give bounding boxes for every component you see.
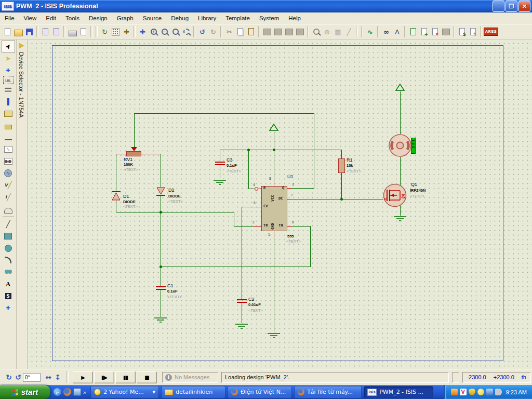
menu-system[interactable]: System — [255, 14, 284, 23]
wire[interactable] — [161, 196, 161, 286]
show-desktop-icon[interactable] — [73, 388, 81, 396]
c2-value[interactable]: 0.01uF — [248, 302, 261, 307]
c3-value[interactable]: 0.1uF — [227, 163, 237, 168]
redraw-icon[interactable]: ↻ — [99, 26, 110, 37]
wire[interactable] — [161, 267, 311, 267]
generator-mode-icon[interactable]: ∿ — [2, 167, 15, 179]
task-firefox-dien-tu[interactable]: Điện tử Việt N... — [228, 386, 292, 398]
task-firefox-tai-file[interactable]: Tải file từ máy... — [294, 386, 362, 398]
goto-sheet-icon[interactable] — [441, 26, 451, 37]
undo-icon[interactable]: ↺ — [197, 26, 208, 37]
search-tag-icon[interactable]: ∞ — [381, 26, 392, 37]
device-selector-panel[interactable]: Device Selector - 1N754A — [17, 39, 28, 369]
remove-sheet-icon[interactable]: ✕ — [430, 26, 441, 37]
tape-recorder-mode-icon[interactable]: ●● — [2, 155, 15, 167]
menu-file[interactable]: File — [0, 14, 19, 23]
motor[interactable] — [388, 133, 413, 158]
wire[interactable] — [248, 150, 249, 189]
menu-debug[interactable]: Debug — [166, 14, 193, 23]
menu-help[interactable]: Help — [284, 14, 305, 23]
wire[interactable] — [134, 113, 135, 147]
q1-mosfet[interactable] — [383, 183, 407, 207]
task-yahoo-messenger[interactable]: 2 Yahoo! Me... ▾ — [90, 386, 159, 398]
vcc-power-terminal[interactable] — [269, 124, 278, 131]
menu-library[interactable]: Library — [193, 14, 221, 23]
c1-value[interactable]: 0.1uF — [167, 289, 178, 294]
r1-resistor[interactable] — [338, 158, 345, 173]
u1-value[interactable]: 555 — [287, 234, 294, 238]
rotation-angle-field[interactable]: 0° — [23, 373, 41, 382]
wire[interactable] — [161, 154, 161, 187]
wire[interactable] — [220, 150, 342, 150]
voltage-probe-mode-icon[interactable]: V╱ — [2, 179, 15, 191]
wire[interactable] — [242, 207, 254, 207]
mirror-horizontal-button[interactable]: ↔ — [44, 373, 53, 382]
c3-ref[interactable]: C3 — [227, 157, 233, 163]
print-icon[interactable] — [67, 26, 78, 37]
menu-edit[interactable]: Edit — [41, 14, 61, 23]
c1-capacitor[interactable] — [156, 289, 166, 290]
import-section-icon[interactable] — [40, 26, 51, 37]
tray-shield-icon[interactable] — [469, 389, 475, 395]
rv1-ref[interactable]: RV1 — [124, 157, 132, 162]
task-detailinhkien-folder[interactable]: detailinhkien — [161, 386, 225, 398]
ground-symbol[interactable] — [393, 216, 407, 222]
wire[interactable] — [161, 290, 161, 317]
rv1-value[interactable]: 100K — [124, 162, 133, 167]
simulate-pause-button[interactable]: ▮▮ — [115, 371, 136, 383]
wire[interactable] — [116, 154, 116, 192]
junction-dot-mode-icon[interactable]: ✚ — [2, 64, 15, 76]
menu-tools[interactable]: Tools — [61, 14, 84, 23]
wire[interactable] — [291, 226, 311, 227]
wire[interactable] — [314, 113, 314, 189]
wire[interactable] — [242, 207, 242, 299]
selection-mode-icon[interactable]: ➤ — [2, 41, 15, 52]
toggle-grid-icon[interactable] — [110, 26, 121, 37]
zoom-area-icon[interactable] — [181, 26, 192, 37]
2d-text-mode-icon[interactable]: A — [2, 278, 15, 290]
property-assignment-icon[interactable]: A — [392, 26, 403, 37]
d2-value[interactable]: DIODE — [168, 194, 181, 198]
make-device-icon[interactable]: ⊕ — [322, 26, 332, 37]
wire[interactable] — [291, 188, 314, 189]
tray-volume-icon[interactable] — [495, 389, 502, 395]
minimize-button[interactable]: _ — [493, 1, 504, 12]
c2-ref[interactable]: C2 — [248, 297, 255, 302]
tray-mail-icon[interactable] — [451, 389, 458, 395]
menu-template[interactable]: Template — [221, 14, 255, 23]
wire-label-mode-icon[interactable]: LBL — [3, 76, 14, 84]
rotate-anticlockwise-button[interactable]: ↺ — [14, 373, 23, 382]
2d-path-mode-icon[interactable] — [2, 266, 15, 278]
mirror-vertical-button[interactable]: ↕ — [53, 373, 62, 382]
wire[interactable] — [310, 226, 311, 267]
wire[interactable] — [248, 189, 255, 189]
simulate-play-button[interactable]: ▶ — [73, 371, 93, 383]
device-pin-mode-icon[interactable] — [2, 131, 15, 143]
zoom-out-icon[interactable]: − — [159, 26, 170, 37]
r1-ref[interactable]: R1 — [347, 157, 353, 163]
copy-icon[interactable] — [235, 26, 246, 37]
electrical-rule-check-icon[interactable]: ↯ — [468, 26, 478, 37]
wire[interactable] — [400, 157, 401, 185]
wire[interactable] — [400, 91, 401, 134]
q1-value[interactable]: IRFZ46N — [410, 188, 425, 193]
quick-launch-chevron-icon[interactable]: » — [83, 389, 86, 395]
redo-icon[interactable]: ↻ — [208, 26, 219, 37]
c1-ref[interactable]: C1 — [167, 283, 174, 288]
zoom-all-icon[interactable] — [170, 26, 181, 37]
wire[interactable] — [220, 165, 220, 179]
new-file-icon[interactable] — [2, 26, 13, 37]
ground-symbol[interactable] — [154, 317, 167, 323]
c3-capacitor[interactable] — [215, 162, 225, 163]
message-count-panel[interactable]: i No Messages — [162, 372, 218, 383]
2d-circle-mode-icon[interactable] — [2, 242, 15, 254]
c3-capacitor[interactable] — [215, 164, 225, 165]
d2-diode[interactable] — [155, 186, 166, 197]
packaging-tool-icon[interactable]: ▦ — [332, 26, 343, 37]
zoom-in-icon[interactable]: + — [148, 26, 159, 37]
internet-explorer-icon[interactable]: e — [54, 388, 61, 396]
pan-icon[interactable]: ✚ — [137, 26, 148, 37]
2d-arc-mode-icon[interactable] — [2, 254, 15, 266]
mark-output-area-icon[interactable] — [78, 26, 89, 37]
wire[interactable] — [116, 201, 116, 212]
